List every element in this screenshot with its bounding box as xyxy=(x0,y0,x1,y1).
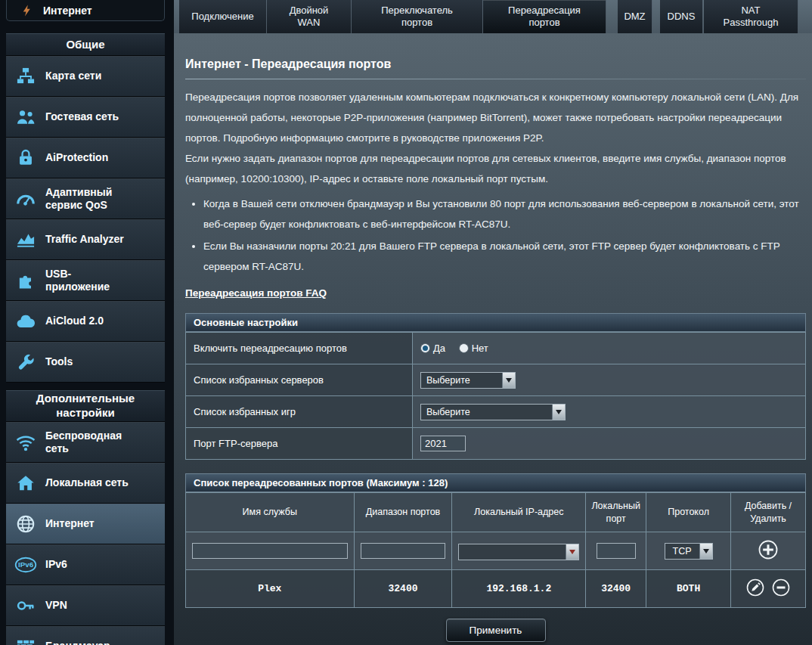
page-description: Переадресация портов позволяет удаленным… xyxy=(185,87,806,189)
sidebar-item-label: VPN xyxy=(45,599,67,612)
table-header-row: Имя службы Диапазон портов Локальный IP-… xyxy=(186,493,806,532)
svg-text:IPv6: IPv6 xyxy=(18,560,34,569)
select-value: Выберите xyxy=(421,407,552,417)
sidebar-item-vpn[interactable]: VPN xyxy=(6,585,165,626)
famous-games-select[interactable]: Выберите xyxy=(420,404,566,420)
sidebar-item-wan[interactable]: Интернет xyxy=(6,504,165,544)
sidebar-item-aicloud[interactable]: AiCloud 2.0 xyxy=(6,301,165,342)
delete-entry-button[interactable] xyxy=(771,578,791,600)
enable-no-radio[interactable] xyxy=(459,343,469,353)
sidebar-item-label: Tools xyxy=(45,355,73,369)
sidebar-item-guest-network[interactable]: Гостевая сеть xyxy=(6,97,165,138)
description-paragraph: Переадресация портов позволяет удаленным… xyxy=(185,87,806,148)
forward-list-header: Список переадресованных портов (Максимум… xyxy=(185,473,806,492)
ipv6-icon: IPv6 xyxy=(12,551,39,578)
tab-nat-passthrough[interactable]: NAT Passthrough xyxy=(704,0,798,33)
add-entry-button[interactable] xyxy=(757,538,779,563)
new-entry-row: TCP xyxy=(186,532,806,570)
lock-shield-icon xyxy=(12,144,39,172)
sidebar-item-label: Карта сети xyxy=(45,70,101,83)
column-header: Добавить / Удалить xyxy=(731,493,806,532)
local-port-cell: 32400 xyxy=(586,570,646,608)
chevron-down-icon xyxy=(502,373,515,388)
famous-servers-label: Список избранных серверов xyxy=(186,364,413,396)
port-range-cell: 32400 xyxy=(354,570,452,608)
warning-list: Когда в Вашей сети отключен брандмауэр и… xyxy=(185,194,806,277)
sidebar-item-tools[interactable]: Tools xyxy=(6,342,165,383)
table-row: Порт FTP-сервера xyxy=(186,428,806,460)
edit-entry-button[interactable] xyxy=(745,578,765,600)
puzzle-icon xyxy=(12,267,39,294)
protocol-select[interactable]: TCP xyxy=(665,543,713,560)
tab-dual-wan[interactable]: Двойной WAN xyxy=(267,0,352,33)
sidebar-item-wireless[interactable]: Беспроводная сеть xyxy=(6,422,165,463)
enable-yes-radio[interactable] xyxy=(420,343,430,353)
column-header: Протокол xyxy=(646,493,731,532)
sidebar-item-traffic-analyzer[interactable]: Traffic Analyzer xyxy=(6,219,165,260)
minus-circle-icon xyxy=(771,578,791,597)
sidebar-item-lan[interactable]: Локальная сеть xyxy=(6,463,165,504)
tab-bar: Подключение Двойной WAN Переключатель по… xyxy=(174,0,812,33)
tab-ddns[interactable]: DDNS xyxy=(660,0,703,33)
page-title: Интернет - Переадресация портов xyxy=(185,33,806,71)
column-header: Локальный порт xyxy=(586,493,646,532)
basic-config-table: Включить переадресацию портов Да Нет Спи… xyxy=(185,332,806,460)
column-header: Имя службы xyxy=(186,493,355,532)
warning-item: Если Вы назначили порты 20:21 для Вашего… xyxy=(203,236,806,277)
column-header: Локальный IP-адрес xyxy=(452,493,586,532)
table-row: Включить переадресацию портов Да Нет xyxy=(186,333,806,364)
tab-port-trigger[interactable]: Переключатель портов xyxy=(352,0,483,33)
gauge-icon xyxy=(12,185,39,212)
radio-no-label: Нет xyxy=(472,343,488,354)
local-port-input[interactable] xyxy=(597,543,636,559)
ftp-port-input[interactable] xyxy=(420,436,466,451)
tab-port-forwarding[interactable]: Переадресация портов xyxy=(483,0,606,33)
plus-circle-icon xyxy=(757,538,779,561)
protocol-cell: BOTH xyxy=(646,570,731,608)
local-ip-select[interactable] xyxy=(458,544,579,560)
chart-icon xyxy=(12,226,39,253)
table-row: Список избранных игр Выберите xyxy=(186,396,806,428)
sidebar-item-firewall[interactable]: Брандмауэр xyxy=(6,626,165,645)
tab-connection[interactable]: Подключение xyxy=(179,0,267,33)
main-content: Интернет - Переадресация портов Переадре… xyxy=(174,33,812,645)
table-row: Plex 32400 192.168.1.2 32400 BOTH xyxy=(186,570,806,608)
sidebar-item-ipv6[interactable]: IPv6 IPv6 xyxy=(6,544,165,585)
famous-servers-select[interactable]: Выберите xyxy=(420,372,516,389)
sidebar-section-general: Общие xyxy=(6,33,165,56)
radio-yes-label: Да xyxy=(433,343,445,354)
famous-games-label: Список избранных игр xyxy=(186,396,413,428)
pencil-circle-icon xyxy=(745,578,765,597)
quick-setup-icon xyxy=(19,2,36,19)
service-name-input[interactable] xyxy=(192,543,348,559)
sidebar-item-label: AiCloud 2.0 xyxy=(45,315,104,328)
description-paragraph: Если нужно задать диапазон портов для пе… xyxy=(185,148,806,189)
port-range-input[interactable] xyxy=(361,543,445,559)
ftp-port-label: Порт FTP-сервера xyxy=(186,428,413,460)
sidebar-item-label: Интернет xyxy=(43,5,92,17)
sidebar: Интернет Общие Карта сети Гостевая сеть … xyxy=(0,0,174,645)
sidebar-item-aiprotection[interactable]: AiProtection xyxy=(6,138,165,178)
warning-item: Когда в Вашей сети отключен брандмауэр и… xyxy=(203,194,806,234)
chevron-down-icon xyxy=(699,544,712,559)
router-admin-page: Интернет Общие Карта сети Гостевая сеть … xyxy=(0,0,812,645)
tab-dmz[interactable]: DMZ xyxy=(618,0,652,33)
sidebar-item-quick-internet-setup[interactable]: Интернет xyxy=(6,0,165,21)
enable-forwarding-label: Включить переадресацию портов xyxy=(186,333,413,364)
home-icon xyxy=(12,470,39,497)
globe-icon xyxy=(12,510,39,538)
service-name-cell: Plex xyxy=(186,570,355,608)
sidebar-item-label: Интернет xyxy=(45,517,95,531)
sidebar-item-label: Адаптивный сервис QoS xyxy=(45,186,112,212)
forward-list-table: Имя службы Диапазон портов Локальный IP-… xyxy=(185,492,806,608)
faq-link[interactable]: Переадресация портов FAQ xyxy=(185,287,327,299)
sidebar-item-label: AiProtection xyxy=(45,151,108,165)
sidebar-item-network-map[interactable]: Карта сети xyxy=(6,56,165,97)
cloud-icon xyxy=(12,308,39,335)
wifi-icon xyxy=(12,429,39,456)
sidebar-item-adaptive-qos[interactable]: Адаптивный сервис QoS xyxy=(6,178,165,219)
sidebar-item-usb-application[interactable]: USB- приложение xyxy=(6,260,165,301)
guest-network-icon xyxy=(12,104,39,131)
sidebar-section-advanced: Дополнительные настройки xyxy=(6,390,165,422)
apply-button[interactable]: Применить xyxy=(446,619,546,642)
